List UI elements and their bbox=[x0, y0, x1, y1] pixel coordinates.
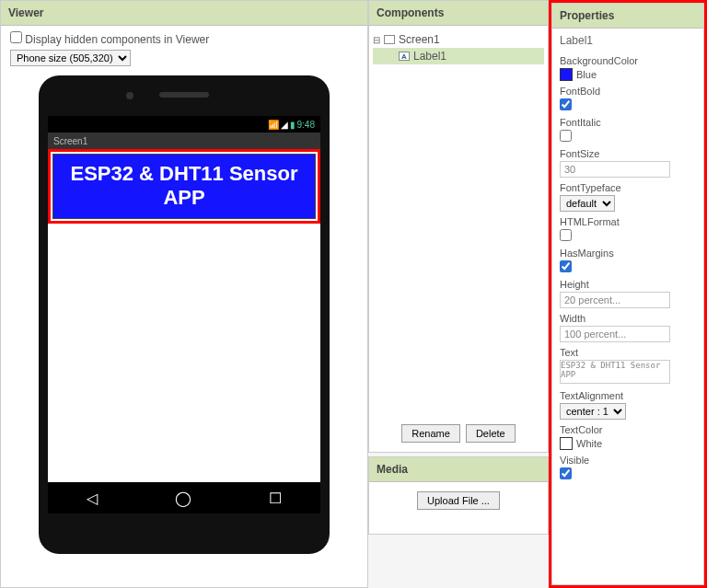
prop-hasmargins-label: HasMargins bbox=[560, 248, 696, 259]
prop-height-input[interactable] bbox=[560, 292, 670, 308]
phone-speaker-icon bbox=[159, 92, 209, 98]
prop-fontbold-label: FontBold bbox=[560, 86, 696, 97]
label1-highlight: ESP32 & DHT11 Sensor APP bbox=[48, 149, 320, 224]
label1-preview[interactable]: ESP32 & DHT11 Sensor APP bbox=[52, 154, 316, 219]
hidden-components-toggle[interactable]: Display hidden components in Viewer bbox=[10, 33, 209, 46]
nav-recent-icon[interactable]: ☐ bbox=[269, 490, 282, 507]
prop-textcolor-label: TextColor bbox=[560, 424, 696, 435]
prop-fonttypeface-label: FontTypeface bbox=[560, 182, 696, 193]
tree-label-label1: Label1 bbox=[413, 50, 446, 63]
prop-textalignment-select[interactable]: center : 1 bbox=[560, 403, 626, 420]
panel-header-media: Media bbox=[369, 457, 548, 482]
tree-label-screen1: Screen1 bbox=[399, 33, 440, 46]
prop-width-input[interactable] bbox=[560, 326, 670, 342]
prop-visible-checkbox[interactable] bbox=[560, 467, 572, 479]
hidden-components-checkbox[interactable] bbox=[10, 31, 22, 43]
prop-htmlformat-label: HTMLFormat bbox=[560, 216, 696, 227]
signal-icon: ◢ bbox=[281, 120, 288, 130]
rename-button[interactable]: Rename bbox=[401, 424, 460, 443]
delete-button[interactable]: Delete bbox=[466, 424, 516, 443]
battery-icon: ▮ bbox=[290, 120, 296, 130]
prop-text-label: Text bbox=[560, 347, 696, 358]
label-icon: A bbox=[399, 52, 410, 61]
phone-frame: 📶 ◢ ▮ 9:48 Screen1 ESP32 & DHT11 Sensor … bbox=[39, 75, 330, 554]
prop-fontbold-checkbox[interactable] bbox=[560, 98, 572, 110]
prop-fontsize-label: FontSize bbox=[560, 148, 696, 159]
nav-home-icon[interactable]: ◯ bbox=[175, 490, 191, 507]
phone-camera-icon bbox=[126, 92, 133, 99]
prop-height-label: Height bbox=[560, 279, 696, 290]
screen-size-select[interactable]: Phone size (505,320) bbox=[10, 50, 131, 66]
upload-file-button[interactable]: Upload File ... bbox=[417, 491, 500, 510]
prop-visible-label: Visible bbox=[560, 455, 696, 466]
bgcolor-swatch bbox=[560, 68, 573, 81]
tree-expander-icon[interactable]: ⊟ bbox=[373, 35, 380, 45]
status-bar: 📶 ◢ ▮ 9:48 bbox=[48, 116, 320, 133]
prop-text-textarea[interactable] bbox=[560, 360, 670, 384]
tree-item-label1[interactable]: A Label1 bbox=[373, 48, 544, 64]
android-nav-bar: ◁ ◯ ☐ bbox=[48, 482, 320, 513]
bgcolor-name: Blue bbox=[576, 69, 597, 80]
prop-bgcolor-label: BackgroundColor bbox=[560, 55, 696, 66]
phone-screen: 📶 ◢ ▮ 9:48 Screen1 ESP32 & DHT11 Sensor … bbox=[48, 116, 320, 513]
prop-bgcolor-field[interactable]: Blue bbox=[560, 68, 696, 81]
panel-header-properties: Properties bbox=[552, 4, 703, 29]
wifi-icon: 📶 bbox=[268, 120, 279, 130]
prop-fontitalic-checkbox[interactable] bbox=[560, 130, 572, 142]
prop-hasmargins-checkbox[interactable] bbox=[560, 260, 572, 272]
prop-textalignment-label: TextAlignment bbox=[560, 390, 696, 401]
tree-item-screen1[interactable]: ⊟ Screen1 bbox=[373, 31, 544, 48]
hidden-components-label: Display hidden components in Viewer bbox=[25, 33, 209, 46]
panel-header-components: Components bbox=[369, 1, 548, 26]
prop-htmlformat-checkbox[interactable] bbox=[560, 229, 572, 241]
status-time: 9:48 bbox=[297, 120, 315, 130]
panel-header-viewer: Viewer bbox=[1, 1, 367, 26]
prop-textcolor-field[interactable]: White bbox=[560, 437, 696, 450]
nav-back-icon[interactable]: ◁ bbox=[87, 490, 98, 507]
selected-component-name: Label1 bbox=[552, 29, 703, 52]
prop-fontsize-input[interactable] bbox=[560, 161, 670, 178]
prop-fonttypeface-select[interactable]: default bbox=[560, 195, 615, 212]
textcolor-name: White bbox=[576, 438, 602, 449]
prop-width-label: Width bbox=[560, 313, 696, 324]
prop-fontitalic-label: FontItalic bbox=[560, 117, 696, 128]
screen-icon bbox=[384, 35, 395, 44]
app-title-bar: Screen1 bbox=[48, 133, 320, 149]
textcolor-swatch bbox=[560, 437, 573, 450]
